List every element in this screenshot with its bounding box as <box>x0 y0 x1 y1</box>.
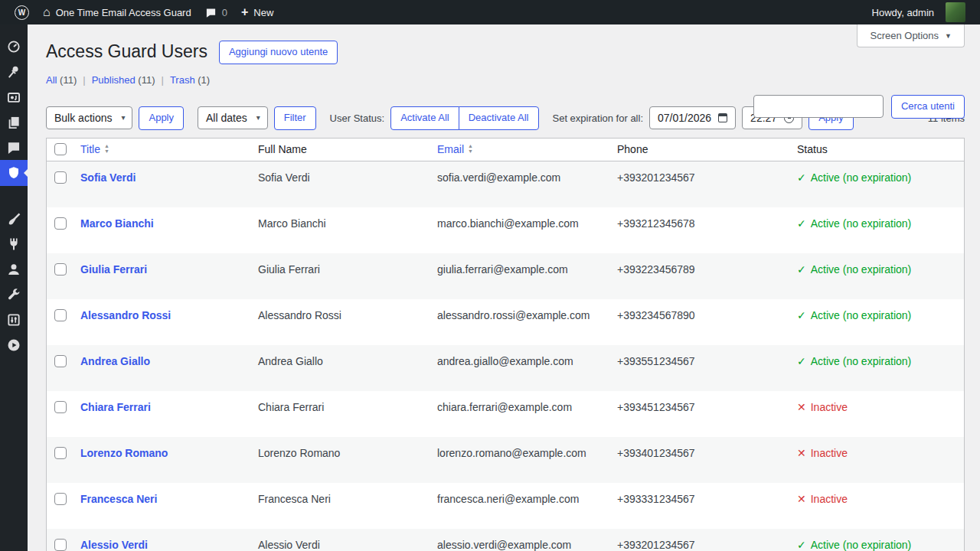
comments-link[interactable]: 0 <box>198 0 234 24</box>
sidebar-item-tools[interactable] <box>0 282 28 307</box>
phone-cell: +393234567890 <box>617 309 797 321</box>
screen-options-button[interactable]: Screen Options ▼ <box>857 24 965 47</box>
phone-cell: +393451234567 <box>617 401 797 413</box>
row-checkbox[interactable] <box>54 401 67 413</box>
sidebar-item-plugins[interactable] <box>0 231 28 256</box>
phone-cell: +393331234567 <box>617 493 797 505</box>
status-text: Inactive <box>811 401 848 413</box>
sort-icon[interactable]: ▲▼ <box>468 144 473 154</box>
view-trash: Trash (1) <box>170 74 210 86</box>
row-checkbox[interactable] <box>54 355 67 367</box>
comments-count: 0 <box>222 7 227 18</box>
sidebar-item-pages[interactable] <box>0 109 28 135</box>
phone-cell: +393401234567 <box>617 447 797 459</box>
sidebar-item-appearance[interactable] <box>0 206 28 231</box>
sidebar-item-access-guard[interactable] <box>0 160 28 186</box>
table-row: Lorenzo Romano Lorenzo Romano lorenzo.ro… <box>47 437 964 483</box>
admin-bar: W ⌂ One Time Email Access Guard 0 + New … <box>0 0 980 24</box>
phone-cell: +393551234567 <box>617 355 797 367</box>
add-new-user-button[interactable]: Aggiungi nuovo utente <box>219 41 338 64</box>
video-icon <box>6 337 21 353</box>
sidebar-item-dashboard[interactable] <box>0 34 28 59</box>
status-text: Inactive <box>811 493 848 505</box>
users-table: Title ▲▼ Full Name Email ▲▼ Phone Status… <box>46 138 965 551</box>
email-cell: alessandro.rossi@example.com <box>437 309 617 321</box>
sidebar-item-users[interactable] <box>0 256 28 282</box>
user-title-link[interactable]: Alessandro Rossi <box>80 309 171 321</box>
table-header: Title ▲▼ Full Name Email ▲▼ Phone Status <box>47 139 964 161</box>
sort-by-email[interactable]: Email <box>437 143 464 155</box>
admin-sidebar <box>0 24 28 551</box>
view-all-link[interactable]: All <box>46 74 57 86</box>
sidebar-item-video[interactable] <box>0 332 28 357</box>
email-cell: lorenzo.romano@example.com <box>437 447 617 459</box>
site-name: One Time Email Access Guard <box>56 7 191 18</box>
cross-icon: ✕ <box>797 447 806 459</box>
tools-icon <box>6 287 21 302</box>
select-all-checkbox[interactable] <box>54 143 67 155</box>
row-checkbox[interactable] <box>54 217 67 230</box>
sidebar-item-comments[interactable] <box>0 135 28 160</box>
new-content-link[interactable]: + New <box>234 0 280 24</box>
full-name-cell: Lorenzo Romano <box>258 447 437 459</box>
row-checkbox[interactable] <box>54 539 67 551</box>
row-checkbox[interactable] <box>54 309 67 321</box>
posts-icon <box>6 64 21 80</box>
status-text: Active (no expiration) <box>811 217 912 230</box>
view-all: All (11) <box>46 74 77 86</box>
user-title-link[interactable]: Alessio Verdi <box>80 539 148 551</box>
view-separator: | <box>162 74 164 86</box>
search-input[interactable] <box>753 95 884 118</box>
full-name-cell: Marco Bianchi <box>258 217 437 230</box>
status-text: Active (no expiration) <box>811 263 912 276</box>
user-title-link[interactable]: Andrea Giallo <box>80 355 150 367</box>
status-text: Active (no expiration) <box>811 355 912 367</box>
phone-header: Phone <box>617 143 797 155</box>
user-title-link[interactable]: Lorenzo Romano <box>80 447 168 459</box>
users-icon <box>6 262 21 277</box>
full-name-cell: Chiara Ferrari <box>258 401 437 413</box>
plugins-icon <box>6 236 21 252</box>
check-icon: ✓ <box>797 355 806 367</box>
avatar <box>946 2 965 22</box>
user-title-link[interactable]: Giulia Ferrari <box>80 263 147 276</box>
my-account-link[interactable]: Howdy, admin <box>865 0 972 24</box>
wordpress-logo-icon: W <box>15 5 29 20</box>
wordpress-menu[interactable]: W <box>8 0 36 24</box>
status-text: Active (no expiration) <box>811 539 912 551</box>
cross-icon: ✕ <box>797 401 806 413</box>
media-icon <box>6 90 21 105</box>
row-checkbox[interactable] <box>54 447 67 459</box>
user-title-link[interactable]: Chiara Ferrari <box>80 401 151 413</box>
sidebar-item-media[interactable] <box>0 84 28 109</box>
screen-options-label: Screen Options <box>870 30 939 41</box>
full-name-cell: Alessandro Rossi <box>258 309 437 321</box>
full-name-cell: Andrea Giallo <box>258 355 437 367</box>
plus-icon: + <box>241 6 248 18</box>
view-trash-link[interactable]: Trash <box>170 74 195 86</box>
user-title-link[interactable]: Sofia Verdi <box>80 171 136 184</box>
user-title-link[interactable]: Marco Bianchi <box>80 217 154 230</box>
user-title-link[interactable]: Francesca Neri <box>80 493 157 505</box>
row-checkbox[interactable] <box>54 493 67 505</box>
sort-by-title[interactable]: Title <box>80 143 100 155</box>
sidebar-item-settings[interactable] <box>0 307 28 332</box>
full-name-cell: Sofia Verdi <box>258 171 437 184</box>
check-icon: ✓ <box>797 309 806 321</box>
row-checkbox[interactable] <box>54 263 67 276</box>
phone-cell: +393201234567 <box>617 539 797 551</box>
view-published-link[interactable]: Published <box>92 74 136 86</box>
status-text: Inactive <box>811 447 848 459</box>
view-trash-count: (1) <box>198 74 210 86</box>
row-checkbox[interactable] <box>54 171 67 184</box>
site-name-link[interactable]: ⌂ One Time Email Access Guard <box>36 0 198 24</box>
settings-icon <box>6 312 21 328</box>
check-icon: ✓ <box>797 263 806 276</box>
status-text: Active (no expiration) <box>811 171 912 184</box>
sidebar-item-posts[interactable] <box>0 59 28 84</box>
search-users-button[interactable]: Cerca utenti <box>891 95 965 119</box>
table-body: Sofia Verdi Sofia Verdi sofia.verdi@exam… <box>47 161 964 551</box>
main-content: Screen Options ▼ Access Guard Users Aggi… <box>28 24 980 551</box>
sort-icon[interactable]: ▲▼ <box>104 144 109 154</box>
email-cell: marco.bianchi@example.com <box>437 217 617 230</box>
